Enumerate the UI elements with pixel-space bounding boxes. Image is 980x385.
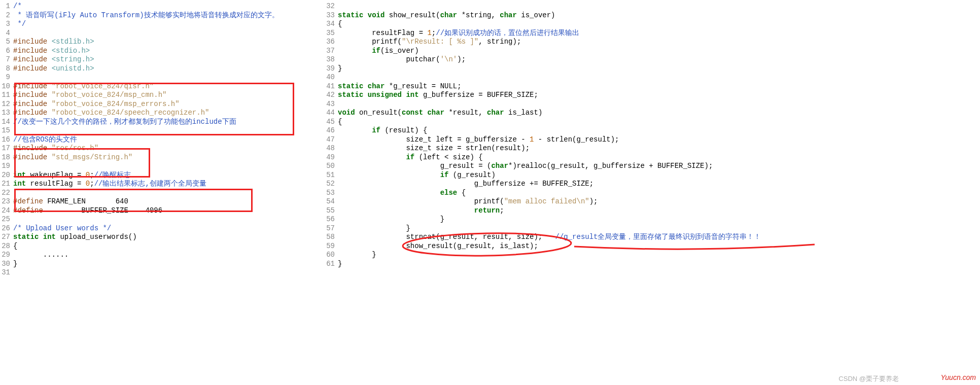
code-line[interactable]: 2 * 语音听写(iFly Auto Transform)技术能够实时地将语音转… — [0, 11, 325, 20]
code-line[interactable]: 7#include <string.h> — [0, 55, 325, 64]
line-code[interactable]: ...... — [13, 251, 325, 260]
line-code[interactable]: * 语音听写(iFly Auto Transform)技术能够实时地将语音转换成… — [13, 11, 325, 20]
line-code[interactable]: #include <stdio.h> — [13, 47, 325, 56]
line-code[interactable]: /* — [13, 2, 325, 11]
line-code[interactable]: putchar('\n'); — [338, 55, 980, 64]
code-line[interactable]: 45{ — [325, 118, 980, 127]
code-line[interactable]: 38 putchar('\n'); — [325, 55, 980, 64]
line-code[interactable]: #include "ros/ros.h" — [13, 144, 325, 153]
line-code[interactable]: if (result) { — [338, 126, 980, 135]
code-line[interactable]: 32 — [325, 2, 980, 11]
code-line[interactable]: 11#include "robot_voice_824/msp_cmn.h" — [0, 91, 325, 100]
line-code[interactable]: int wakeupFlag = 0;//唤醒标志 — [13, 171, 325, 180]
line-code[interactable]: resultFlag = 1;//如果识别成功的话，置位然后进行结果输出 — [338, 29, 980, 38]
code-line[interactable]: 8#include <unistd.h> — [0, 64, 325, 74]
line-code[interactable]: printf("\rResult: [ %s ]", string); — [338, 38, 980, 47]
line-code[interactable]: static char *g_result = NULL; — [338, 82, 980, 91]
code-line[interactable]: 37 if(is_over) — [325, 47, 980, 56]
line-code[interactable]: } — [13, 260, 325, 269]
line-code[interactable]: #include "robot_voice_824/qisr.h" — [13, 82, 325, 91]
line-code[interactable]: size_t size = strlen(result); — [338, 144, 980, 153]
code-line[interactable]: 56 } — [325, 215, 980, 224]
code-line[interactable]: 48 size_t size = strlen(result); — [325, 144, 980, 153]
code-line[interactable]: 61} — [325, 260, 980, 269]
line-code[interactable]: static unsigned int g_buffersize = BUFFE… — [338, 91, 980, 100]
code-line[interactable]: 36 printf("\rResult: [ %s ]", string); — [325, 38, 980, 47]
line-code[interactable]: #define FRAME_LEN 640 — [13, 197, 325, 206]
line-code[interactable]: /* Upload User words */ — [13, 224, 325, 233]
line-code[interactable]: g_result = (char*)realloc(g_result, g_bu… — [338, 162, 980, 171]
code-line[interactable]: 20int wakeupFlag = 0;//唤醒标志 — [0, 171, 325, 180]
code-line[interactable]: 59 show_result(g_result, is_last); — [325, 242, 980, 251]
line-code[interactable]: else { — [338, 189, 980, 198]
line-code[interactable]: #include <unistd.h> — [13, 64, 325, 74]
code-line[interactable]: 1/* — [0, 2, 325, 11]
line-code[interactable]: if(is_over) — [338, 47, 980, 56]
line-code[interactable]: show_result(g_result, is_last); — [338, 242, 980, 251]
code-pane-left[interactable]: 1/*2 * 语音听写(iFly Auto Transform)技术能够实时地将… — [0, 0, 325, 385]
code-line[interactable]: 34{ — [325, 20, 980, 29]
code-line[interactable]: 30} — [0, 260, 325, 269]
code-line[interactable]: 49 if (left < size) { — [325, 153, 980, 162]
code-line[interactable]: 31 — [0, 268, 325, 277]
code-line[interactable]: 44void on_result(const char *result, cha… — [325, 109, 980, 118]
code-line[interactable]: 55 return; — [325, 206, 980, 216]
line-code[interactable]: } — [338, 64, 980, 74]
line-code[interactable]: } — [338, 260, 980, 269]
code-line[interactable]: 13#include "robot_voice_824/speech_recog… — [0, 109, 325, 118]
code-line[interactable]: 25 — [0, 215, 325, 224]
code-line[interactable]: 51 if (g_result) — [325, 171, 980, 180]
code-line[interactable]: 24#define BUFFER_SIZE 4096 — [0, 206, 325, 216]
code-line[interactable]: 3 */ — [0, 20, 325, 29]
code-line[interactable]: 47 size_t left = g_buffersize - 1 - strl… — [325, 135, 980, 145]
code-line[interactable]: 60 } — [325, 251, 980, 260]
line-code[interactable]: #define BUFFER_SIZE 4096 — [13, 206, 325, 216]
line-code[interactable]: g_buffersize += BUFFER_SIZE; — [338, 180, 980, 189]
line-code[interactable]: } — [338, 215, 980, 224]
line-code[interactable]: #include "robot_voice_824/msp_errors.h" — [13, 100, 325, 109]
line-code[interactable]: #include <stdlib.h> — [13, 38, 325, 47]
code-line[interactable]: 53 else { — [325, 189, 980, 198]
code-line[interactable]: 33static void show_result(char *string, … — [325, 11, 980, 20]
line-code[interactable]: if (g_result) — [338, 171, 980, 180]
line-code[interactable]: //包含ROS的头文件 — [13, 135, 325, 145]
line-code[interactable]: void on_result(const char *result, char … — [338, 109, 980, 118]
line-code[interactable]: #include "robot_voice_824/speech_recogni… — [13, 109, 325, 118]
line-code[interactable]: printf("mem alloc failed\n"); — [338, 197, 980, 206]
code-line[interactable]: 10#include "robot_voice_824/qisr.h" — [0, 82, 325, 91]
line-code[interactable]: } — [338, 224, 980, 233]
line-code[interactable]: return; — [338, 206, 980, 216]
code-line[interactable]: 28{ — [0, 242, 325, 251]
code-line[interactable]: 54 printf("mem alloc failed\n"); — [325, 197, 980, 206]
code-line[interactable]: 19 — [0, 162, 325, 171]
code-line[interactable]: 17#include "ros/ros.h" — [0, 144, 325, 153]
code-line[interactable]: 40 — [325, 73, 980, 82]
code-pane-right[interactable]: 3233static void show_result(char *string… — [325, 0, 980, 385]
line-code[interactable]: */ — [13, 20, 325, 29]
code-line[interactable]: 39} — [325, 64, 980, 74]
code-line[interactable]: 22 — [0, 189, 325, 198]
line-code[interactable]: static void show_result(char *string, ch… — [338, 11, 980, 20]
line-code[interactable]: //改变一下这几个文件的路径，刚才都复制到了功能包的include下面 — [13, 118, 325, 127]
line-code[interactable]: static int upload_userwords() — [13, 233, 325, 242]
code-line[interactable]: 27static int upload_userwords() — [0, 233, 325, 242]
code-line[interactable]: 41static char *g_result = NULL; — [325, 82, 980, 91]
code-line[interactable]: 14//改变一下这几个文件的路径，刚才都复制到了功能包的include下面 — [0, 118, 325, 127]
line-code[interactable]: { — [13, 242, 325, 251]
code-line[interactable]: 21int resultFlag = 0;//输出结果标志,创建两个全局变量 — [0, 180, 325, 189]
code-line[interactable]: 18#include "std_msgs/String.h" — [0, 153, 325, 162]
code-line[interactable]: 26/* Upload User words */ — [0, 224, 325, 233]
code-line[interactable]: 6#include <stdio.h> — [0, 47, 325, 56]
code-line[interactable]: 58 strncat(g_result, result, size); //g_… — [325, 233, 980, 242]
code-line[interactable]: 29 ...... — [0, 251, 325, 260]
code-line[interactable]: 15 — [0, 126, 325, 135]
line-code[interactable]: #include "std_msgs/String.h" — [13, 153, 325, 162]
line-code[interactable]: #include "robot_voice_824/msp_cmn.h" — [13, 91, 325, 100]
code-line[interactable]: 42static unsigned int g_buffersize = BUF… — [325, 91, 980, 100]
line-code[interactable]: } — [338, 251, 980, 260]
code-line[interactable]: 12#include "robot_voice_824/msp_errors.h… — [0, 100, 325, 109]
code-line[interactable]: 4 — [0, 29, 325, 38]
line-code[interactable]: size_t left = g_buffersize - 1 - strlen(… — [338, 135, 980, 145]
line-code[interactable]: { — [338, 118, 980, 127]
code-line[interactable]: 23#define FRAME_LEN 640 — [0, 197, 325, 206]
